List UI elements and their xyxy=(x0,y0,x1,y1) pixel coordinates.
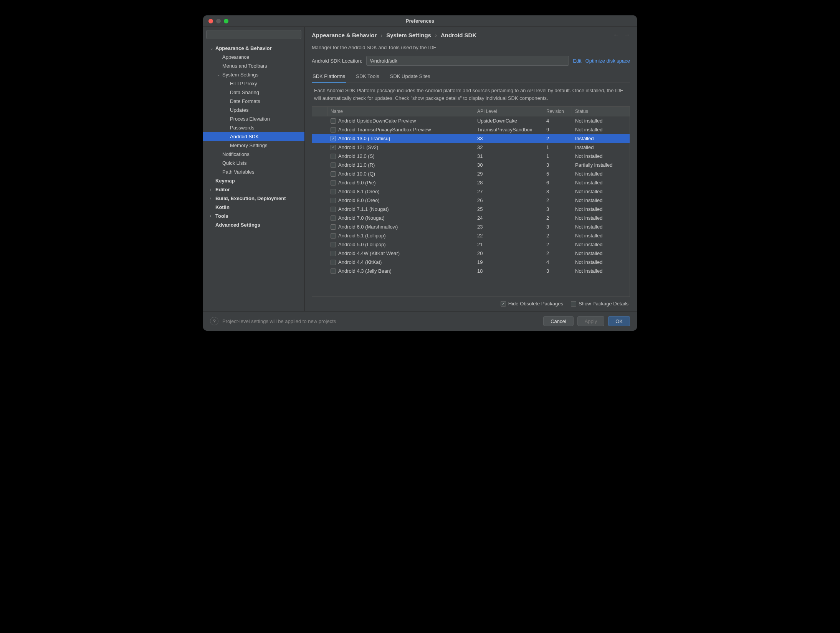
sidebar-item[interactable]: Path Variables xyxy=(203,167,304,176)
sidebar-item[interactable]: Notifications xyxy=(203,150,304,159)
status: Not installed xyxy=(572,188,630,195)
sidebar-item[interactable]: Appearance xyxy=(203,53,304,61)
table-row[interactable]: Android 8.1 (Oreo)273Not installed xyxy=(312,187,630,196)
table-row[interactable]: Android 13.0 (Tiramisu)332Installed xyxy=(312,134,630,143)
table-row[interactable]: Android 4.2 (Jelly Bean)173Not installed xyxy=(312,275,630,277)
status: Not installed xyxy=(572,232,630,239)
sidebar-item[interactable]: Android SDK xyxy=(203,132,304,141)
status: Not installed xyxy=(572,179,630,186)
sidebar-item[interactable]: Advanced Settings xyxy=(203,220,304,229)
col-api[interactable]: API Level xyxy=(474,107,543,116)
checkbox-icon[interactable] xyxy=(331,260,336,265)
checkbox-icon[interactable] xyxy=(331,145,336,150)
platform-name: Android TiramisuPrivacySandbox Preview xyxy=(338,127,431,133)
api-level: 26 xyxy=(474,197,543,204)
edit-link[interactable]: Edit xyxy=(573,58,581,64)
platform-name: Android 7.0 (Nougat) xyxy=(338,215,385,221)
revision: 3 xyxy=(543,223,572,230)
show-details-checkbox[interactable]: Show Package Details xyxy=(571,301,628,307)
sidebar-item-label: Notifications xyxy=(222,151,250,157)
checkbox-icon[interactable] xyxy=(331,162,336,168)
checkbox-icon[interactable] xyxy=(331,215,336,221)
checkbox-icon[interactable] xyxy=(331,233,336,239)
sidebar-item[interactable]: Keymap xyxy=(203,176,304,185)
table-row[interactable]: Android 4.3 (Jelly Bean)183Not installed xyxy=(312,267,630,275)
sidebar-item[interactable]: ›Editor xyxy=(203,185,304,194)
sidebar-item[interactable]: ›Tools xyxy=(203,212,304,220)
sidebar-item-label: Android SDK xyxy=(230,134,259,139)
optimize-link[interactable]: Optimize disk space xyxy=(585,58,630,64)
sidebar-item[interactable]: Updates xyxy=(203,106,304,114)
table-row[interactable]: Android 7.1.1 (Nougat)253Not installed xyxy=(312,205,630,214)
revision: 1 xyxy=(543,152,572,160)
search-input[interactable] xyxy=(206,30,301,39)
table-row[interactable]: Android 4.4W (KitKat Wear)202Not install… xyxy=(312,249,630,258)
sidebar-item[interactable]: Quick Lists xyxy=(203,159,304,167)
table-row[interactable]: Android 6.0 (Marshmallow)233Not installe… xyxy=(312,222,630,231)
chevron-right-icon: › xyxy=(210,214,215,218)
checkbox-icon[interactable] xyxy=(331,207,336,212)
sidebar-item[interactable]: ⌄Appearance & Behavior xyxy=(203,44,304,53)
checkbox-icon[interactable] xyxy=(331,154,336,159)
close-icon[interactable] xyxy=(208,19,213,23)
sidebar-item[interactable]: Menus and Toolbars xyxy=(203,61,304,70)
forward-icon[interactable]: → xyxy=(624,31,630,38)
col-status[interactable]: Status xyxy=(572,107,630,116)
platform-name: Android UpsideDownCake Preview xyxy=(338,118,416,124)
sidebar-item[interactable]: Passwords xyxy=(203,123,304,132)
col-name[interactable]: Name xyxy=(327,107,474,116)
table-row[interactable]: Android 9.0 (Pie)286Not installed xyxy=(312,178,630,187)
tab[interactable]: SDK Update Sites xyxy=(389,71,431,83)
apply-button[interactable]: Apply xyxy=(577,316,605,326)
checkbox-icon[interactable] xyxy=(331,189,336,194)
sidebar-item[interactable]: ⌄System Settings xyxy=(203,70,304,79)
checkbox-icon[interactable] xyxy=(331,242,336,247)
sidebar-item[interactable]: Kotlin xyxy=(203,203,304,212)
table-row[interactable]: Android 5.1 (Lollipop)222Not installed xyxy=(312,231,630,240)
sidebar-item[interactable]: Memory Settings xyxy=(203,141,304,150)
sidebar-item[interactable]: Data Sharing xyxy=(203,88,304,97)
sidebar: ⌄Appearance & BehaviorAppearanceMenus an… xyxy=(203,27,305,311)
sidebar-item[interactable]: Process Elevation xyxy=(203,114,304,123)
table-row[interactable]: Android 8.0 (Oreo)262Not installed xyxy=(312,196,630,205)
ok-button[interactable]: OK xyxy=(608,316,630,326)
table-body[interactable]: Android UpsideDownCake PreviewUpsideDown… xyxy=(312,116,630,277)
tab[interactable]: SDK Platforms xyxy=(312,71,346,83)
sidebar-item-label: Kotlin xyxy=(215,204,230,210)
table-row[interactable]: Android 4.4 (KitKat)194Not installed xyxy=(312,258,630,267)
table-row[interactable]: Android 5.0 (Lollipop)212Not installed xyxy=(312,240,630,249)
col-rev[interactable]: Revision xyxy=(543,107,572,116)
sidebar-item-label: Menus and Toolbars xyxy=(222,63,267,69)
revision: 4 xyxy=(543,259,572,266)
table-row[interactable]: Android 12L (Sv2)321Installed xyxy=(312,143,630,152)
checkbox-icon[interactable] xyxy=(331,136,336,141)
table-row[interactable]: Android 11.0 (R)303Partially installed xyxy=(312,161,630,169)
checkbox-icon[interactable] xyxy=(331,268,336,274)
checkbox-icon[interactable] xyxy=(331,224,336,230)
table-row[interactable]: Android 10.0 (Q)295Not installed xyxy=(312,169,630,178)
sidebar-item[interactable]: HTTP Proxy xyxy=(203,79,304,88)
checkbox-icon[interactable] xyxy=(331,198,336,203)
chevron-right-icon: › xyxy=(210,187,215,192)
checkbox-icon[interactable] xyxy=(331,118,336,124)
sidebar-item[interactable]: ›Build, Execution, Deployment xyxy=(203,194,304,203)
table-row[interactable]: Android TiramisuPrivacySandbox PreviewTi… xyxy=(312,125,630,134)
tab[interactable]: SDK Tools xyxy=(355,71,380,83)
checkbox-icon[interactable] xyxy=(331,180,336,186)
hide-obsolete-checkbox[interactable]: Hide Obsolete Packages xyxy=(501,301,563,307)
help-icon[interactable]: ? xyxy=(210,317,218,325)
cancel-button[interactable]: Cancel xyxy=(543,316,573,326)
revision: 3 xyxy=(543,161,572,169)
minimize-icon[interactable] xyxy=(216,19,221,23)
table-row[interactable]: Android 12.0 (S)311Not installed xyxy=(312,152,630,161)
checkbox-icon[interactable] xyxy=(331,127,336,133)
revision: 2 xyxy=(543,214,572,222)
sidebar-item[interactable]: Date Formats xyxy=(203,97,304,106)
checkbox-icon[interactable] xyxy=(331,251,336,256)
zoom-icon[interactable] xyxy=(224,19,228,23)
back-icon[interactable]: ← xyxy=(613,31,619,38)
table-row[interactable]: Android UpsideDownCake PreviewUpsideDown… xyxy=(312,116,630,125)
sdk-location-input[interactable] xyxy=(366,56,569,66)
checkbox-icon[interactable] xyxy=(331,171,336,177)
table-row[interactable]: Android 7.0 (Nougat)242Not installed xyxy=(312,214,630,222)
